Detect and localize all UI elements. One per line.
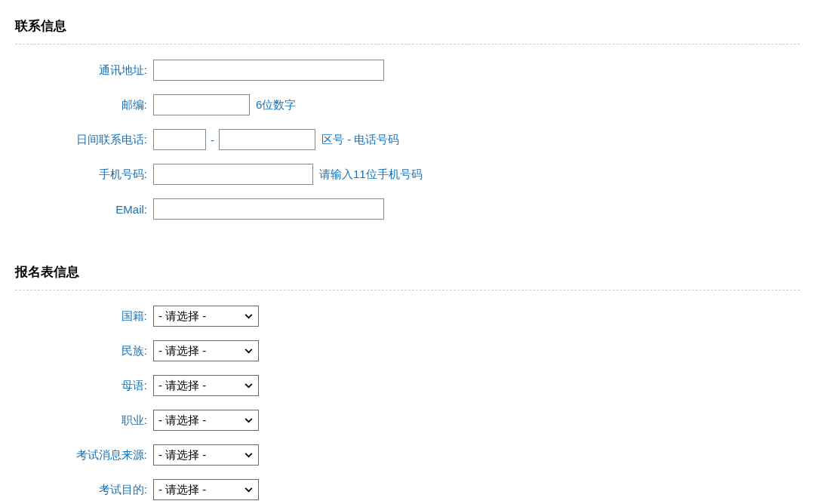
reginfo-section-title: 报名表信息 <box>15 263 800 281</box>
chevron-down-icon <box>244 346 254 356</box>
mother-tongue-select-value: - 请选择 - <box>158 379 206 393</box>
nationality-select-value: - 请选择 - <box>158 309 206 324</box>
dayphone-hint: 区号 - 电话号码 <box>321 133 399 147</box>
chevron-down-icon <box>244 485 254 495</box>
mobile-label: 手机号码: <box>15 167 147 182</box>
row-dayphone: 日间联系电话: - 区号 - 电话号码 <box>15 129 800 150</box>
row-email: EMail: <box>15 198 800 220</box>
exam-purpose-select[interactable]: - 请选择 - <box>153 479 259 500</box>
contact-section-title: 联系信息 <box>15 17 800 35</box>
chevron-down-icon <box>244 450 254 460</box>
occupation-select-value: - 请选择 - <box>158 413 206 428</box>
dayphone-label: 日间联系电话: <box>15 133 147 147</box>
mother-tongue-select[interactable]: - 请选择 - <box>153 375 259 396</box>
ethnicity-label: 民族: <box>15 344 147 358</box>
address-label: 通讯地址: <box>15 63 147 78</box>
address-input[interactable] <box>153 60 384 81</box>
row-mobile: 手机号码: 请输入11位手机号码 <box>15 164 800 185</box>
nationality-label: 国籍: <box>15 309 147 324</box>
postcode-input[interactable] <box>153 94 250 115</box>
nationality-select[interactable]: - 请选择 - <box>153 306 259 327</box>
row-nationality: 国籍: - 请选择 - <box>15 306 800 327</box>
exam-purpose-select-value: - 请选择 - <box>158 483 206 497</box>
email-label: EMail: <box>15 203 147 216</box>
chevron-down-icon <box>244 381 254 391</box>
row-occupation: 职业: - 请选择 - <box>15 410 800 431</box>
mother-tongue-label: 母语: <box>15 379 147 393</box>
exam-source-select-value: - 请选择 - <box>158 448 206 463</box>
exam-purpose-label: 考试目的: <box>15 483 147 497</box>
phone-input[interactable] <box>219 129 315 150</box>
ethnicity-select[interactable]: - 请选择 - <box>153 340 259 361</box>
exam-source-select[interactable]: - 请选择 - <box>153 444 259 466</box>
occupation-select[interactable]: - 请选择 - <box>153 410 259 431</box>
row-mother-tongue: 母语: - 请选择 - <box>15 375 800 396</box>
email-input[interactable] <box>153 198 384 220</box>
row-ethnicity: 民族: - 请选择 - <box>15 340 800 361</box>
mobile-hint: 请输入11位手机号码 <box>319 167 423 182</box>
row-exam-purpose: 考试目的: - 请选择 - <box>15 479 800 500</box>
occupation-label: 职业: <box>15 413 147 428</box>
divider <box>15 44 800 45</box>
divider <box>15 290 800 290</box>
chevron-down-icon <box>244 312 254 321</box>
postcode-hint: 6位数字 <box>256 98 296 112</box>
ethnicity-select-value: - 请选择 - <box>158 344 206 358</box>
areacode-input[interactable] <box>153 129 206 150</box>
mobile-input[interactable] <box>153 164 313 185</box>
row-exam-source: 考试消息来源: - 请选择 - <box>15 444 800 466</box>
postcode-label: 邮编: <box>15 98 147 112</box>
phone-dash: - <box>211 134 214 146</box>
exam-source-label: 考试消息来源: <box>15 448 147 463</box>
chevron-down-icon <box>244 416 254 426</box>
row-address: 通讯地址: <box>15 60 800 81</box>
row-postcode: 邮编: 6位数字 <box>15 94 800 115</box>
